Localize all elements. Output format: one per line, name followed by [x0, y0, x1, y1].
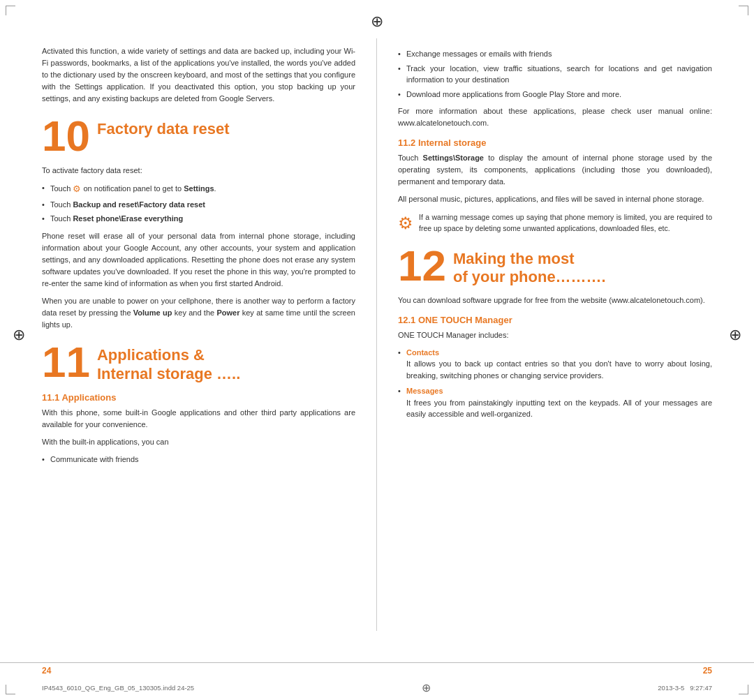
bullet-download: Download more applications from Google P…: [398, 89, 712, 100]
chapter10-title: Factory data reset: [97, 114, 230, 138]
apps-bullet-1: Communicate with friends: [42, 454, 355, 466]
settings-gear-icon: ⚙: [73, 184, 81, 194]
file-info: IP4543_6010_QG_Eng_GB_05_130305.indd 24-…: [42, 684, 194, 692]
messages-label: Messages: [406, 387, 443, 395]
power-paragraph: When you are unable to power on your cel…: [42, 295, 355, 331]
intro-paragraph: Activated this function, a wide variety …: [42, 45, 355, 105]
chapter11-number: 11: [42, 341, 90, 384]
activate-text: To activate factory data reset:: [42, 165, 355, 177]
note-box: ⚙ If a warning message comes up saying t…: [398, 212, 712, 234]
section111-heading: 11.1 Applications: [42, 392, 355, 403]
section121-heading: 12.1 ONE TOUCH Manager: [398, 315, 712, 325]
left-column: ⊕ Activated this function, a wide variet…: [0, 38, 377, 631]
chapter12-heading: 12 Making the most of your phone……….: [398, 244, 712, 288]
right-column: ⊕ Exchange messages or emails with frien…: [377, 38, 754, 631]
messages-text: It frees you from painstakingly inputtin…: [406, 399, 712, 419]
step2: Touch Backup and reset\Factory data rese…: [42, 199, 355, 211]
step3: Touch Reset phone\Erase everything: [42, 213, 355, 225]
messages-item: Messages It frees you from painstakingly…: [398, 385, 712, 420]
page-number-left: 24: [42, 666, 51, 676]
manager-intro: ONE TOUCH Manager includes:: [398, 329, 712, 341]
chapter10-number: 10: [42, 114, 90, 158]
note-text: If a warning message comes up saying tha…: [419, 212, 712, 234]
apps-para1: With this phone, some built-in Google ap…: [42, 407, 355, 431]
bottom-compass-icon: ⊕: [422, 681, 431, 694]
right-compass-icon: ⊕: [729, 326, 741, 344]
chapter11-title: Applications & Internal storage …..: [97, 341, 240, 383]
contacts-label: Contacts: [406, 348, 439, 357]
top-compass-icon: ⊕: [371, 13, 383, 31]
footer-bar: IP4543_6010_QG_Eng_GB_05_130305.indd 24-…: [0, 678, 754, 700]
chapter10-heading: 10 Factory data reset: [42, 114, 355, 158]
contacts-text: It allows you to back up contact entries…: [406, 359, 712, 380]
phone-reset-paragraph: Phone reset will erase all of your perso…: [42, 230, 355, 290]
chapter12-number: 12: [398, 244, 446, 288]
left-compass-icon: ⊕: [13, 326, 25, 344]
footer-date-time: 2013-3-5 9:27:47: [658, 684, 712, 692]
step1: Touch ⚙ on notification panel to get to …: [42, 182, 355, 196]
section112-heading: 11.2 Internal storage: [398, 137, 712, 148]
more-info-para: For more information about these applica…: [398, 105, 712, 129]
right-bullets: Exchange messages or emails with friends…: [398, 48, 712, 100]
warning-icon: ⚙: [398, 214, 413, 233]
apps-para2: With the built-in applications, you can: [42, 436, 355, 448]
bullet-track: Track your location, view traffic situat…: [398, 63, 712, 86]
chapter11-heading: 11 Applications & Internal storage …..: [42, 341, 355, 384]
upgrade-para: You can download software upgrade for fr…: [398, 295, 712, 306]
contacts-item: Contacts It allows you to back up contac…: [398, 347, 712, 382]
bullet-exchange: Exchange messages or emails with friends: [398, 48, 712, 60]
storage-para2: All personal music, pictures, applicatio…: [398, 193, 712, 205]
apps-bullets: Communicate with friends: [42, 454, 355, 466]
page-number-right: 25: [703, 666, 712, 676]
storage-para1: Touch Settings\Storage to display the am…: [398, 152, 712, 188]
chapter12-title: Making the most of your phone……….: [453, 244, 606, 287]
manager-bullets: Contacts It allows you to back up contac…: [398, 347, 712, 420]
factory-reset-steps: Touch ⚙ on notification panel to get to …: [42, 182, 355, 225]
